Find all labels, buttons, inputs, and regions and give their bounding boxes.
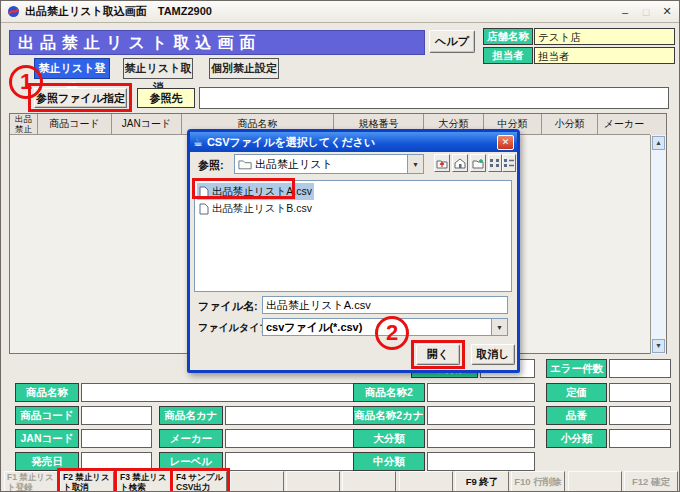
jan-code-label: JANコード bbox=[15, 429, 79, 448]
combo-arrow-icon[interactable]: ▼ bbox=[491, 319, 507, 335]
scroll-up-icon[interactable]: ▲ bbox=[652, 136, 665, 150]
scroll-down-icon[interactable]: ▼ bbox=[652, 339, 665, 353]
java-app-icon: ☕ bbox=[193, 136, 203, 149]
list-price-label: 定価 bbox=[546, 383, 607, 402]
item-number-field[interactable] bbox=[609, 406, 671, 425]
minimize-icon[interactable]: – bbox=[617, 6, 633, 18]
product-code-label: 商品コード bbox=[15, 406, 79, 425]
dialog-title: CSVファイルを選択してください bbox=[207, 135, 493, 150]
page-title: 出品禁止リスト取込画面 bbox=[9, 30, 425, 55]
file-type-value: csvファイル(*.csv) bbox=[263, 320, 491, 335]
product-code-field[interactable] bbox=[81, 406, 152, 425]
label-company-label: レーベル bbox=[159, 452, 223, 471]
look-in-combobox[interactable]: 出品禁止リスト ▼ bbox=[234, 154, 424, 174]
dialog-titlebar[interactable]: ☕ CSVファイルを選択してください ✕ bbox=[190, 132, 517, 152]
tab-ban-list-register[interactable]: 禁止リスト登録 bbox=[34, 58, 110, 79]
minor-category-field[interactable] bbox=[609, 429, 671, 448]
window-titlebar: 出品禁止リスト取込画面 TAMZ2900 – □ ✕ bbox=[1, 1, 680, 23]
dialog-close-icon[interactable]: ✕ bbox=[497, 135, 514, 150]
combo-arrow-icon[interactable]: ▼ bbox=[407, 155, 423, 173]
product-name2-field[interactable] bbox=[427, 383, 535, 402]
close-icon[interactable]: ✕ bbox=[659, 5, 675, 18]
staff-label: 担当者 bbox=[483, 47, 533, 64]
item-number-label: 品番 bbox=[546, 406, 607, 425]
f12-confirm-button: F12 確定 bbox=[624, 471, 678, 492]
f4-sample-csv-output-button[interactable]: F4 サンプルCSV出力 bbox=[173, 471, 227, 492]
col-product-code: 商品コード bbox=[38, 114, 112, 135]
f2-ban-list-cancel-button[interactable]: F2 禁止リスト取消 bbox=[60, 471, 114, 492]
maximize-icon[interactable]: □ bbox=[638, 6, 654, 18]
open-button[interactable]: 開く bbox=[416, 344, 460, 365]
f10-delete-row-button: F10 行削除 bbox=[511, 471, 565, 492]
new-folder-icon[interactable] bbox=[470, 154, 486, 172]
cancel-button[interactable]: 取消し bbox=[471, 344, 515, 365]
middle-category-label: 中分類 bbox=[353, 452, 425, 471]
col-maker: メーカー bbox=[598, 114, 650, 135]
error-count-field bbox=[609, 359, 671, 378]
f6-empty-button bbox=[286, 471, 340, 492]
middle-category-field[interactable] bbox=[427, 452, 535, 471]
look-in-label: 参照: bbox=[198, 158, 224, 173]
product-name2-kana-label: 商品名称2カナ bbox=[353, 406, 425, 425]
file-list-item[interactable]: 出品禁止リストA.csv bbox=[197, 183, 314, 200]
csv-file-chooser-dialog: ☕ CSVファイルを選択してください ✕ 参照: 出品禁止リスト ▼ bbox=[187, 129, 520, 373]
app-icon bbox=[7, 5, 20, 18]
product-name2-kana-field[interactable] bbox=[427, 406, 535, 425]
app-window: 出品禁止リスト取込画面 TAMZ2900 – □ ✕ 出品禁止リスト取込画面 ヘ… bbox=[0, 0, 680, 492]
col-minor-category: 小分類 bbox=[542, 114, 598, 135]
up-one-level-icon[interactable] bbox=[434, 154, 450, 172]
home-icon[interactable] bbox=[452, 154, 468, 172]
store-name-value: テスト店 bbox=[534, 28, 675, 45]
reference-file-button[interactable]: 参照ファイル指定 bbox=[34, 88, 127, 108]
col-ban-flag: 出品禁止 bbox=[10, 114, 38, 135]
look-in-value: 出品禁止リスト bbox=[252, 157, 407, 172]
tab-ban-list-cancel[interactable]: 禁止リスト取消 bbox=[123, 58, 193, 79]
file-list-item[interactable]: 出品禁止リストB.csv bbox=[197, 200, 314, 217]
major-category-label: 大分類 bbox=[353, 429, 425, 448]
col-jan-code: JANコード bbox=[112, 114, 182, 135]
list-view-icon[interactable] bbox=[488, 154, 502, 172]
major-category-field[interactable] bbox=[427, 429, 535, 448]
window-title: 出品禁止リスト取込画面 TAMZ2900 bbox=[25, 4, 612, 19]
product-name-field[interactable] bbox=[81, 383, 391, 402]
file-icon bbox=[199, 186, 209, 198]
file-list[interactable]: 出品禁止リストA.csv 出品禁止リストB.csv bbox=[194, 180, 512, 292]
maker-label: メーカー bbox=[159, 429, 223, 448]
staff-value: 担当者 bbox=[534, 47, 675, 64]
file-type-combobox[interactable]: csvファイル(*.csv) ▼ bbox=[262, 318, 508, 336]
table-scrollbar[interactable]: ▲ ▼ bbox=[650, 135, 666, 354]
reference-dest-field[interactable] bbox=[199, 87, 669, 109]
f1-ban-list-register-button: F1 禁止リスト登録 bbox=[4, 471, 58, 492]
reference-dest-label: 参照先 bbox=[137, 88, 195, 108]
minor-category-label: 小分類 bbox=[546, 429, 607, 448]
f3-ban-list-search-button[interactable]: F3 禁止リスト検索 bbox=[117, 471, 171, 492]
f11-empty-button bbox=[568, 471, 622, 492]
file-name-label: ファイル名: bbox=[198, 299, 258, 314]
file-icon bbox=[199, 203, 209, 215]
jan-code-field[interactable] bbox=[81, 429, 152, 448]
f7-empty-button bbox=[342, 471, 396, 492]
release-date-label: 発売日 bbox=[15, 452, 79, 471]
details-view-icon[interactable] bbox=[502, 154, 516, 172]
error-count-label: エラー件数 bbox=[546, 359, 607, 378]
f5-empty-button bbox=[230, 471, 284, 492]
release-date-field[interactable] bbox=[81, 452, 152, 471]
help-button[interactable]: ヘルプ bbox=[429, 30, 475, 53]
product-name-kana-label: 商品名カナ bbox=[159, 406, 223, 425]
list-price-field[interactable] bbox=[609, 383, 671, 402]
file-name-input[interactable] bbox=[262, 296, 508, 314]
folder-icon bbox=[238, 158, 252, 170]
product-name-label: 商品名称 bbox=[15, 383, 79, 402]
f9-exit-button[interactable]: F9 終了 bbox=[455, 471, 509, 492]
f8-empty-button bbox=[399, 471, 453, 492]
store-name-label: 店舗名称 bbox=[483, 28, 533, 45]
product-name2-label: 商品名称2 bbox=[353, 383, 425, 402]
tab-individual-ban-setting[interactable]: 個別禁止設定 bbox=[209, 58, 279, 79]
